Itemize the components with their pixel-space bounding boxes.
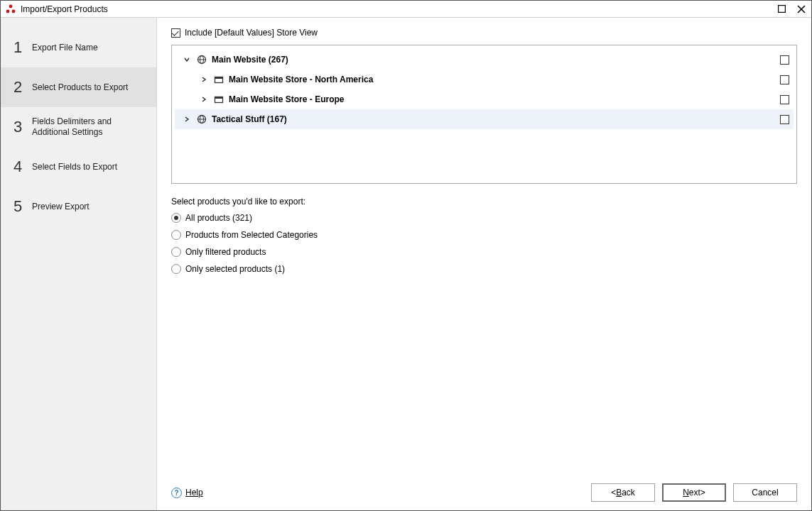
wizard-step-3[interactable]: 3 Fields Delimiters and Additional Setti… [1,107,156,147]
wizard-sidebar: 1 Export File Name 2 Select Products to … [1,18,157,510]
step-label: Export File Name [32,43,98,53]
tree-row[interactable]: Tactical Stuff (167) [175,109,794,129]
step-number: 1 [13,38,32,57]
tree-node-checkbox[interactable] [780,55,789,65]
svg-point-2 [12,9,16,13]
svg-point-0 [9,4,13,8]
product-selection-radio-group: All products (321) Products from Selecte… [171,211,797,276]
step-number: 5 [13,197,32,216]
tree-row[interactable]: Main Website Store - Europe [175,89,794,109]
radio-all-products[interactable]: All products (321) [171,211,797,225]
wizard-step-4[interactable]: 4 Select Fields to Export [1,147,156,187]
globe-icon [196,114,207,125]
checkbox-icon [171,28,180,38]
help-icon: ? [171,488,182,498]
radio-label: Only selected products (1) [185,264,285,274]
tree-node-checkbox[interactable] [780,115,789,124]
tree-node-checkbox[interactable] [780,95,789,104]
radio-label: All products (321) [185,213,252,223]
app-logo-icon [5,4,16,15]
titlebar: Import/Export Products [1,1,811,18]
radio-only-filtered[interactable]: Only filtered products [171,245,797,259]
radio-icon [171,247,181,257]
back-button[interactable]: < Back [591,483,655,502]
chevron-right-icon[interactable] [199,75,209,84]
radio-label: Products from Selected Categories [185,230,318,240]
svg-point-1 [6,9,10,13]
wizard-step-5[interactable]: 5 Preview Export [1,187,156,226]
cancel-button-label: Cancel [752,488,778,498]
website-tree[interactable]: Main Website (267) Main Website Store - … [171,45,797,184]
step-number: 4 [13,158,32,176]
step-label: Preview Export [32,202,90,212]
tree-node-label: Main Website (267) [212,55,776,65]
radio-selected-categories[interactable]: Products from Selected Categories [171,228,797,242]
tree-node-checkbox[interactable] [780,75,789,84]
checkbox-label: Include [Default Values] Store View [185,28,318,38]
chevron-down-icon[interactable] [182,55,192,65]
step-label: Fields Delimiters and Additional Setting… [32,116,149,138]
next-button[interactable]: Next > [662,483,726,502]
step-number: 3 [13,118,32,136]
next-button-label: ext [689,488,700,498]
radio-only-selected[interactable]: Only selected products (1) [171,262,797,276]
back-button-label: ack [622,488,635,498]
step-label: Select Products to Export [32,82,128,93]
tree-row[interactable]: Main Website Store - North America [175,70,794,89]
help-link[interactable]: ? Help [171,488,203,498]
radio-label: Only filtered products [185,247,266,257]
chevron-right-icon[interactable] [199,94,209,104]
globe-icon [196,54,207,65]
tree-node-label: Tactical Stuff (167) [212,114,776,124]
wizard-step-2[interactable]: 2 Select Products to Export [1,67,156,107]
tree-node-label: Main Website Store - Europe [229,94,776,104]
tree-node-label: Main Website Store - North America [229,75,776,84]
step-number: 2 [13,78,32,97]
radio-icon [171,230,181,240]
svg-rect-3 [778,6,785,13]
store-icon [213,94,224,105]
select-products-label: Select products you'd like to export: [171,197,797,207]
include-default-values-checkbox[interactable]: Include [Default Values] Store View [171,28,797,38]
maximize-button[interactable] [772,1,791,18]
cancel-button[interactable]: Cancel [733,483,797,502]
svg-rect-12 [215,97,223,99]
store-icon [213,74,224,85]
tree-row[interactable]: Main Website (267) [175,50,794,70]
wizard-step-1[interactable]: 1 Export File Name [1,28,156,67]
svg-rect-10 [215,77,223,79]
radio-icon [171,213,181,223]
step-label: Select Fields to Export [32,162,117,172]
radio-icon [171,264,181,274]
close-button[interactable] [791,1,811,18]
chevron-right-icon[interactable] [182,114,192,124]
help-label: Help [185,488,203,498]
window-title: Import/Export Products [21,4,772,14]
